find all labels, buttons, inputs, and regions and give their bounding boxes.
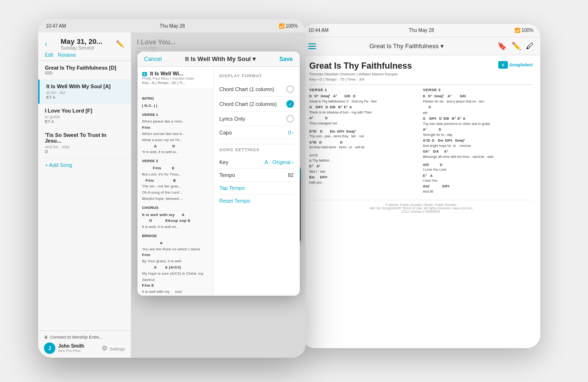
bookmark-icon[interactable]: 🔖 [497,41,507,51]
chord-chart-2col-option[interactable]: Chord Chart (2 columns) ✓ [220,97,294,112]
back-date: Thu May 28 [409,28,434,33]
back-status-icons: 📶 100% [514,28,534,33]
back-time: 10:44 AM [308,28,328,33]
song-chord-2: E7 A [46,95,124,100]
user-info: J John Smith Dev Pro Plus [44,342,84,354]
verse3-section: VERSE 3 D D⁺ Gmaj⁷ A⁷ G/D Pardon for sin… [423,88,533,195]
toolbar-title-back: Great Is Thy Faithfulness ▾ [369,42,444,50]
settings-button[interactable]: ⚙ Settings [102,344,125,352]
modal-song-key: Key - A | Tempo - 82 | Ti... [142,81,209,85]
songselect-icon-small: S [142,72,147,76]
user-plan: Dev Pro Plus [58,349,84,353]
sidebar-user: J John Smith Dev Pro Plus ⚙ Settings [44,342,125,354]
pencil-icon[interactable]: 🖊 [526,42,534,51]
song-detail-2: at en - dur [46,90,124,95]
tempo-value: 82 [288,172,294,178]
chord-chart-1col-radio[interactable] [286,85,294,93]
lyrics-only-label: Lyrics Only [220,116,245,122]
modal-right-panel: DISPLAY FORMAT Chord Chart (1 column) Ch… [214,67,300,296]
sidebar-footer: 🖥 Connect to Worship Extre... J John Smi… [38,330,131,358]
tablet-front: 10:47 AM Thu May 28 📶 100% ‹ May 31, 20.… [38,19,305,358]
front-wifi-icon: 📶 [279,23,284,29]
modal-header: Cancel It Is Well With My Soul ▾ Save [137,52,300,67]
capo-row[interactable]: Capo 0 › [220,126,294,139]
chord-chart-2col-label: Chord Chart (2 columns) [220,101,277,107]
user-name: John Smith [58,343,84,349]
divider [309,84,533,85]
sidebar-song-item-active[interactable]: It Is Well With My Soul [A] at en - dur … [38,80,131,104]
songselect-logo-back: S SongSelect [498,61,533,69]
verse3-label: VERSE 3 [423,88,533,92]
sidebar-song-item[interactable]: Great Is Thy Faithfulness [D] G/D [38,61,131,80]
back-nav-icon[interactable]: ‹ [45,40,47,48]
main-content: I Love You... Laurie Klein Key • A | Tem… [131,32,305,358]
chord-chart-2col-check[interactable]: ✓ [286,100,294,108]
back-song-key: Key • D | Tempo - 75 | Time - 3/4 [309,77,412,82]
sidebar-songs-list: Great Is Thy Faithfulness [D] G/D It Is … [38,61,131,330]
front-battery-icon: 100% [285,23,298,29]
sidebar-service: Sunday Service [61,45,103,51]
tablet-front-statusbar: 10:47 AM Thu May 28 📶 100% [38,19,305,32]
wifi-icon: 📶 [514,28,520,33]
hamburger-icon[interactable] [308,43,316,49]
reset-tempo-row[interactable]: Reset Tempo [220,195,294,207]
modal-left-panel: S It Is Well Wi... Philip Paul Bliss | H… [137,67,214,296]
tempo-label: Tempo [220,172,235,178]
sidebar-date: May 31, 20... [61,37,103,45]
tap-tempo-label: Tap Tempo [220,185,245,191]
modal-cancel-button[interactable]: Cancel [144,56,162,62]
modal-body: S It Is Well Wi... Philip Paul Bliss | H… [137,67,300,296]
tablet-back-statusbar: 10:44 AM Thu May 28 📶 100% [302,24,540,37]
edit-icon[interactable]: ✏️ [512,41,521,51]
song-name-1: Great Is Thy Faithfulness [D] [45,65,124,71]
song-detail-4: and be - side [45,145,124,149]
tablet-back: 10:44 AM Thu May 28 📶 100% Great Is Thy … [302,24,540,348]
key-value: A - Original › [264,159,294,165]
modal-container: Cancel It Is Well With My Soul ▾ Save [137,52,300,296]
chevron-down-icon: ▾ [252,55,256,62]
worship-connect-button[interactable]: 🖥 Connect to Worship Extre... [44,335,103,340]
tap-tempo-row[interactable]: Tap Tempo [220,182,294,195]
edit-button[interactable]: Edit [45,52,53,58]
song-detail-3: to guide [45,114,124,119]
chord-chart-1col-option[interactable]: Chord Chart (1 column) [220,82,294,97]
settings-divider [220,144,294,145]
gear-icon: ⚙ [102,344,108,352]
sidebar-song-item[interactable]: I Love You Lord [F] to guide E7 A [38,104,131,128]
back-song-title: Great Is Thy Faithfulness [309,61,412,71]
sidebar-song-item[interactable]: 'Tis So Sweet To Trust In Jesu... and be… [38,128,131,158]
front-status-icons: 📶 100% [279,23,298,29]
add-song-button[interactable]: + Add Song [38,158,79,172]
ss-logo-icon: S [498,61,508,69]
edit-setlist-icon[interactable]: ✏️ [116,40,124,48]
song-name-3: I Love You Lord [F] [45,108,124,114]
modal-save-button[interactable]: Save [279,56,293,62]
song-chord-4: D [45,149,124,154]
tablet-back-content: Great Is Thy Faithfulness Thomas Obediah… [302,55,540,348]
song-chord-1: G/D [45,71,124,75]
verse1-section: VERSE 1 D D⁺ Gmaj⁷ A⁷ G/D D Great is Thy… [309,88,419,195]
song-settings-title: SONG SETTINGS [220,147,294,152]
back-song-author: Thomas Obediah Chisholm | William Marion… [309,72,412,76]
song-name-2: It Is Well With My Soul [A] [46,83,124,89]
capo-label: Capo [220,130,232,135]
song-header-back: Great Is Thy Faithfulness Thomas Obediah… [309,61,533,82]
song-columns-back: VERSE 1 D D⁺ Gmaj⁷ A⁷ G/D D Great is Thy… [309,88,533,195]
chord-chart-1col-label: Chord Chart (1 column) [220,86,274,92]
modal-song-content: INTRO | N.C. | | VERSE 1 When peace like… [137,89,213,296]
modal-overlay: Cancel It Is Well With My Soul ▾ Save [131,32,305,358]
monitor-icon: 🖥 [44,335,48,340]
capo-value: 0 › [288,130,294,135]
sidebar-header: ‹ May 31, 20... Sunday Service ✏️ Edit R… [38,32,131,61]
display-format-title: DISPLAY FORMAT [220,73,294,78]
sidebar-actions: Edit Rename [45,52,124,58]
lyrics-only-option[interactable]: Lyrics Only [220,112,294,126]
verse1-line1-chords: D D⁺ Gmaj⁷ A⁷ G/D D [309,94,419,99]
key-row[interactable]: Key A - Original › [220,156,294,169]
rename-button[interactable]: Rename [58,52,76,58]
front-time: 10:47 AM [46,23,66,29]
verse1-label: VERSE 1 [309,88,419,92]
user-text: John Smith Dev Pro Plus [58,343,84,353]
lyrics-only-radio[interactable] [286,115,294,123]
modal-title: It Is Well With My Soul ▾ [185,55,256,62]
